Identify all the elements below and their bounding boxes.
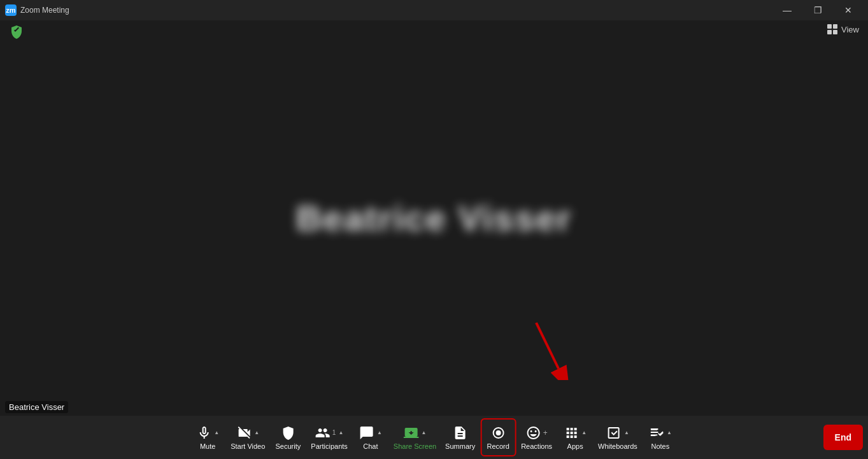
maximize-button[interactable]: ❐ bbox=[803, 0, 832, 20]
chat-icon bbox=[359, 425, 374, 441]
zoom-logo: zm bbox=[5, 4, 17, 16]
summary-label: Summary bbox=[445, 442, 475, 450]
apps-caret: ▲ bbox=[581, 430, 587, 435]
chat-button[interactable]: ▲ Chat bbox=[353, 418, 388, 456]
apps-button[interactable]: ▲ Apps bbox=[557, 418, 593, 456]
reactions-icon bbox=[526, 425, 541, 441]
participants-icon bbox=[315, 425, 331, 441]
mute-icon bbox=[196, 425, 211, 441]
svg-rect-5 bbox=[651, 432, 658, 433]
main-video-area: Beatrice Visser bbox=[0, 20, 868, 416]
start-video-icon-area: ▲ bbox=[236, 425, 259, 441]
whiteboards-icon bbox=[606, 425, 622, 441]
mute-caret: ▲ bbox=[214, 430, 219, 435]
whiteboards-label: Whiteboards bbox=[598, 442, 637, 450]
record-label: Record bbox=[487, 442, 509, 450]
notes-caret: ▲ bbox=[667, 430, 672, 435]
chat-icon-area: ▲ bbox=[359, 425, 382, 441]
whiteboards-icon-area: ▲ bbox=[606, 425, 629, 441]
svg-rect-4 bbox=[651, 428, 658, 430]
video-caret: ▲ bbox=[254, 430, 259, 435]
close-button[interactable]: ✕ bbox=[834, 0, 863, 20]
start-video-label: Start Video bbox=[231, 442, 265, 450]
share-screen-icon-area: ▲ bbox=[404, 425, 427, 441]
summary-icon bbox=[453, 425, 468, 441]
whiteboards-button[interactable]: ▲ Whiteboards bbox=[594, 418, 641, 456]
share-screen-icon bbox=[404, 425, 419, 441]
chat-label: Chat bbox=[363, 442, 378, 450]
toolbar-center: ▲ Mute ▲ Start Video Security bbox=[190, 418, 678, 456]
security-icon-area bbox=[280, 425, 295, 441]
svg-point-3 bbox=[495, 430, 501, 435]
participants-icon-area: 1 ▲ bbox=[315, 425, 343, 441]
toolbar: ▲ Mute ▲ Start Video Security bbox=[0, 416, 868, 459]
title-bar-left: zm Zoom Meeting bbox=[5, 4, 69, 16]
participant-label: Beatrice Visser bbox=[5, 401, 68, 413]
view-button[interactable]: View bbox=[827, 24, 859, 34]
mute-button[interactable]: ▲ Mute bbox=[190, 418, 225, 456]
notes-icon-area: ▲ bbox=[649, 425, 672, 441]
mute-label: Mute bbox=[200, 442, 215, 450]
chat-caret: ▲ bbox=[377, 430, 382, 435]
notes-icon bbox=[649, 425, 664, 441]
share-screen-button[interactable]: ▲ Share Screen bbox=[390, 418, 440, 456]
end-button[interactable]: End bbox=[823, 425, 863, 450]
notes-button[interactable]: ▲ Notes bbox=[643, 418, 678, 456]
svg-rect-6 bbox=[651, 435, 656, 436]
participants-label: Participants bbox=[311, 442, 347, 450]
start-video-button[interactable]: ▲ Start Video bbox=[227, 418, 269, 456]
apps-icon-area: ▲ bbox=[564, 425, 587, 441]
reactions-plus-icon: + bbox=[543, 428, 548, 437]
view-icon bbox=[827, 24, 837, 34]
reactions-icon-area: + bbox=[526, 425, 548, 441]
share-screen-caret: ▲ bbox=[422, 430, 427, 435]
toolbar-right: End bbox=[823, 425, 863, 450]
apps-label: Apps bbox=[567, 442, 583, 450]
window-title: Zoom Meeting bbox=[20, 6, 69, 15]
reactions-label: Reactions bbox=[521, 442, 552, 450]
participant-name-blurred: Beatrice Visser bbox=[296, 197, 573, 239]
reactions-button[interactable]: + Reactions bbox=[517, 418, 556, 456]
share-screen-label: Share Screen bbox=[394, 442, 436, 450]
title-bar: zm Zoom Meeting — ❐ ✕ bbox=[0, 0, 868, 20]
participants-button[interactable]: 1 ▲ Participants bbox=[307, 418, 351, 456]
security-icon bbox=[280, 425, 295, 441]
video-off-icon bbox=[236, 425, 252, 441]
participants-count: 1 bbox=[332, 429, 336, 436]
apps-icon bbox=[564, 425, 579, 441]
record-icon bbox=[490, 425, 506, 441]
whiteboards-caret: ▲ bbox=[624, 430, 629, 435]
security-shield-icon bbox=[9, 24, 24, 42]
shield-svg bbox=[9, 24, 24, 39]
summary-icon-area bbox=[453, 425, 468, 441]
security-button[interactable]: Security bbox=[270, 418, 306, 456]
notes-label: Notes bbox=[651, 442, 669, 450]
mute-icon-area: ▲ bbox=[196, 425, 219, 441]
minimize-button[interactable]: — bbox=[772, 0, 802, 20]
security-label: Security bbox=[275, 442, 301, 450]
summary-button[interactable]: Summary bbox=[441, 418, 479, 456]
window-controls: — ❐ ✕ bbox=[772, 0, 863, 20]
participants-caret: ▲ bbox=[338, 430, 343, 435]
record-icon-area bbox=[490, 425, 506, 441]
record-button[interactable]: Record bbox=[480, 418, 516, 456]
